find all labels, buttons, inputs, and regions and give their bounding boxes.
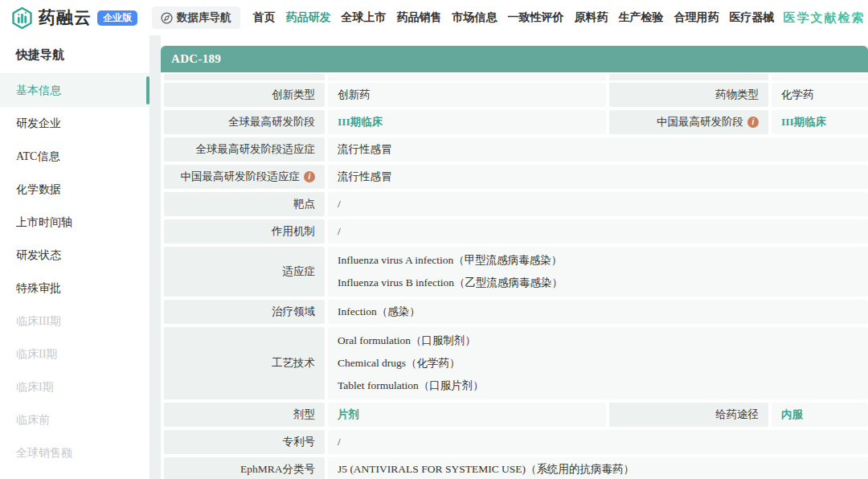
page-body: 快捷导航 基本信息研发企业ATC信息化学数据上市时间轴研发状态特殊审批临床III…	[0, 35, 868, 479]
enterprise-badge: 企业版	[97, 10, 137, 26]
sidebar-item-ATC信息[interactable]: ATC信息	[0, 140, 149, 173]
field-value-text: 流行性感冒	[338, 138, 868, 161]
field-label-text: 中国最高研发阶段	[657, 115, 743, 129]
nav-item-市场信息[interactable]: 市场信息	[452, 10, 497, 25]
table-row: 专利号/	[164, 430, 868, 454]
sidebar-item-临床II期[interactable]: 临床II期	[0, 338, 149, 371]
field-value-text: 创新药	[338, 84, 606, 106]
quick-nav-sidebar: 快捷导航 基本信息研发企业ATC信息化学数据上市时间轴研发状态特殊审批临床III…	[0, 35, 149, 479]
table-row: 工艺技术Oral formulation（口服制剂）Chemical drugs…	[164, 327, 868, 399]
field-label: 剂型	[164, 403, 325, 427]
sidebar-item-全球销售额[interactable]: 全球销售额	[0, 436, 149, 469]
sidebar-item-基本信息[interactable]: 基本信息	[0, 74, 149, 107]
field-value-link[interactable]: 内服	[781, 403, 868, 426]
nav-item-药品研发[interactable]: 药品研发	[286, 10, 331, 25]
field-value: /	[328, 219, 868, 244]
sidebar-item-临床前[interactable]: 临床前	[0, 403, 149, 436]
field-value: 流行性感冒	[328, 137, 868, 162]
compass-icon	[161, 12, 173, 24]
topbar: 药融云 企业版 数据库导航 首页药品研发全球上市药品销售市场信息一致性评价原料药…	[0, 0, 868, 35]
field-value: 创新药	[328, 83, 606, 107]
detail-table: 创新类型创新药药物类型化学药全球最高研发阶段III期临床中国最高研发阶段iIII…	[161, 74, 868, 479]
field-value: III期临床	[772, 110, 868, 134]
field-value-text: Influenza virus B infection（乙型流感病毒感染）	[338, 272, 868, 294]
sidebar-item-临床I期[interactable]: 临床I期	[0, 371, 149, 403]
table-row: 剂型片剂给药途径内服	[164, 403, 868, 427]
table-row	[164, 74, 868, 80]
nav-item-首页[interactable]: 首页	[253, 10, 276, 25]
field-value: /	[328, 430, 868, 454]
sidebar-items: 基本信息研发企业ATC信息化学数据上市时间轴研发状态特殊审批临床III期临床II…	[0, 74, 149, 469]
field-label: 中国最高研发阶段i	[609, 110, 768, 134]
table-row: 创新类型创新药药物类型化学药	[164, 83, 868, 107]
field-value-link[interactable]: 片剂	[338, 403, 606, 426]
nav-item-medical-literature-search[interactable]: 医学文献检索	[784, 10, 866, 26]
field-label-text: 全球最高研发阶段适应症	[196, 142, 316, 157]
field-value-text: /	[338, 220, 868, 243]
field-label-text: 作用机制	[272, 224, 315, 239]
field-value-text: Tablet formulation（口服片剂）	[338, 375, 868, 397]
field-label: 专利号	[164, 430, 325, 454]
hexagon-chart-icon	[11, 6, 33, 30]
sidebar-item-研发状态[interactable]: 研发状态	[0, 239, 149, 272]
nav-item-生产检验[interactable]: 生产检验	[619, 10, 664, 25]
field-label-text: 靶点	[293, 197, 315, 211]
database-nav-button[interactable]: 数据库导航	[152, 6, 240, 29]
field-label: 全球最高研发阶段适应症	[164, 137, 325, 162]
info-icon[interactable]: i	[747, 117, 759, 128]
sidebar-item-特殊审批[interactable]: 特殊审批	[0, 272, 149, 305]
field-label	[609, 74, 768, 80]
table-row: 全球最高研发阶段适应症流行性感冒	[164, 137, 868, 162]
field-value-text: Chemical drugs（化学药）	[338, 352, 868, 375]
field-label-text: 创新类型	[272, 88, 315, 102]
field-label-text: 工艺技术	[272, 356, 315, 371]
field-value: 化学药	[772, 83, 868, 107]
table-row: 治疗领域Infection（感染）	[164, 300, 868, 324]
field-label: 治疗领域	[164, 300, 325, 324]
table-row: 中国最高研发阶段适应症i流行性感冒	[164, 165, 868, 189]
sidebar-item-化学数据[interactable]: 化学数据	[0, 173, 149, 206]
field-value: 内服	[772, 403, 868, 427]
sidebar-title: 快捷导航	[0, 35, 149, 74]
sidebar-item-临床III期[interactable]: 临床III期	[0, 305, 149, 338]
field-value: Oral formulation（口服制剂）Chemical drugs（化学药…	[328, 327, 868, 399]
nav-item-一致性评价[interactable]: 一致性评价	[508, 10, 564, 25]
field-value-text: J5 (ANTIVIRALS FOR SYSTEMIC USE)（系统用的抗病毒…	[338, 458, 868, 479]
logo[interactable]: 药融云 企业版	[11, 6, 137, 30]
field-label: 给药途径	[609, 403, 768, 427]
field-value: J5 (ANTIVIRALS FOR SYSTEMIC USE)（系统用的抗病毒…	[328, 457, 868, 479]
nav-item-医疗器械[interactable]: 医疗器械	[730, 10, 775, 25]
field-label: 药物类型	[609, 83, 768, 107]
field-label-text: 中国最高研发阶段适应症	[181, 170, 301, 184]
field-value-link[interactable]: III期临床	[338, 111, 606, 133]
field-label	[164, 74, 325, 80]
sidebar-item-上市时间轴[interactable]: 上市时间轴	[0, 206, 149, 239]
field-value-link[interactable]: III期临床	[781, 111, 868, 133]
field-value: Influenza virus A infection（甲型流感病毒感染）Inf…	[328, 247, 868, 297]
field-value-text: 流行性感冒	[338, 166, 868, 188]
field-label-text: 治疗领域	[272, 305, 315, 319]
field-label: 适应症	[164, 247, 325, 297]
nav-item-原料药[interactable]: 原料药	[575, 10, 608, 25]
field-label: 中国最高研发阶段适应症i	[164, 165, 325, 189]
drug-title: ADC-189	[171, 52, 221, 66]
info-icon[interactable]: i	[304, 171, 315, 182]
field-label-text: 给药途径	[715, 407, 759, 422]
field-label-text: 剂型	[293, 407, 315, 422]
field-label-text: EphMRA分类号	[240, 462, 315, 477]
nav-item-全球上市[interactable]: 全球上市	[342, 10, 387, 25]
field-label: 靶点	[164, 192, 325, 216]
field-label-text: 适应症	[283, 264, 316, 279]
sidebar-item-研发企业[interactable]: 研发企业	[0, 107, 149, 140]
logo-text: 药融云	[39, 6, 92, 29]
database-nav-label: 数据库导航	[177, 10, 231, 25]
field-value	[772, 74, 868, 80]
field-value-text: Influenza virus A infection（甲型流感病毒感染）	[338, 249, 868, 272]
table-row: EphMRA分类号J5 (ANTIVIRALS FOR SYSTEMIC USE…	[164, 457, 868, 479]
field-label-text: 全球最高研发阶段	[228, 115, 315, 129]
nav-item-药品销售[interactable]: 药品销售	[397, 10, 442, 25]
nav-item-合理用药[interactable]: 合理用药	[674, 10, 719, 25]
field-value-text: Oral formulation（口服制剂）	[338, 330, 868, 352]
field-value: /	[328, 192, 868, 216]
main-nav: 首页药品研发全球上市药品销售市场信息一致性评价原料药生产检验合理用药医疗器械	[253, 10, 775, 25]
